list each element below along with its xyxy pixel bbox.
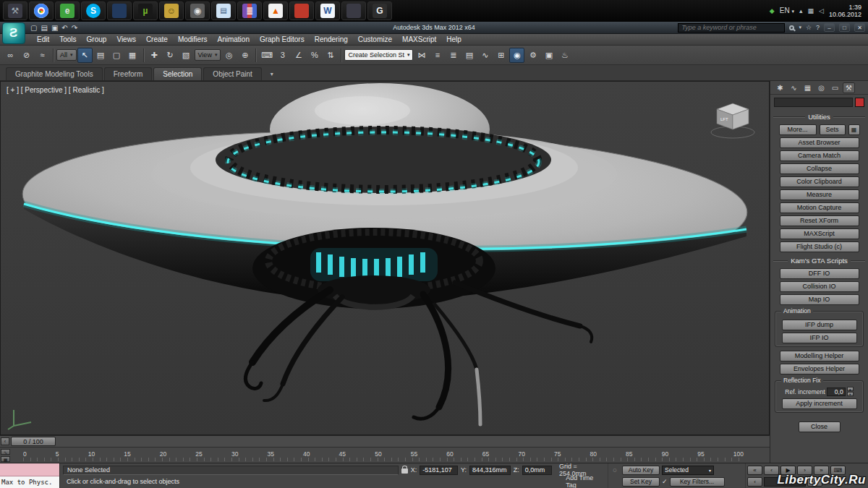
auto-key-button[interactable]: Auto Key xyxy=(622,466,660,475)
motion-tab-icon[interactable]: ◎ xyxy=(815,82,827,93)
menu-modifiers[interactable]: Modifiers xyxy=(173,35,213,43)
map-io-button[interactable]: Map IO xyxy=(780,294,859,305)
ribbon-tab-object-paint[interactable]: Object Paint xyxy=(203,67,261,80)
time-slider-handle[interactable]: 0 / 100 xyxy=(11,437,56,446)
menu-animation[interactable]: Animation xyxy=(212,35,254,43)
time-slider-prev-icon[interactable]: ‹ xyxy=(1,437,9,445)
ref-increment-spinner[interactable]: ▲▼ xyxy=(847,387,854,396)
snap-3d-icon[interactable]: 3 xyxy=(275,48,290,63)
favorites-star-icon[interactable]: ☆ xyxy=(806,24,812,31)
time-slider-track[interactable]: ‹ 0 / 100 xyxy=(0,435,770,447)
configure-button-sets-icon[interactable]: ▦ xyxy=(848,124,860,135)
search-dropdown-icon[interactable]: ▾ xyxy=(799,25,801,30)
redo-icon[interactable]: ↷ xyxy=(72,24,77,32)
select-by-name-icon[interactable]: ▤ xyxy=(93,48,109,63)
taskbar-app-dark[interactable] xyxy=(341,1,366,20)
kams-rollout-header[interactable]: Kam's GTA Scripts xyxy=(773,257,865,265)
utility-button-camera-match[interactable]: Camera Match xyxy=(780,150,859,161)
z-coordinate-field[interactable]: 0,0mm xyxy=(522,466,552,475)
window-crossing-icon[interactable]: ▦ xyxy=(125,48,140,63)
modelling-helper-button[interactable]: Modelling Helper xyxy=(780,351,859,361)
viewcube[interactable]: LFT xyxy=(708,98,759,141)
update-icon[interactable]: ▴ xyxy=(799,7,803,14)
search-input[interactable] xyxy=(681,24,781,31)
modify-tab-icon[interactable]: ∿ xyxy=(788,82,800,93)
ifp-dump-button[interactable]: IFP dump xyxy=(782,320,857,330)
ifp-io-button[interactable]: IFP IO xyxy=(782,333,857,343)
y-coordinate-field[interactable]: 844,316mm xyxy=(469,466,511,475)
spinner-down-icon[interactable]: ▼ xyxy=(847,392,854,396)
ribbon-tab-freeform[interactable]: Freeform xyxy=(104,67,153,80)
taskbar-app-chrome[interactable] xyxy=(29,1,54,20)
clock[interactable]: 1:39 10.06.2012 xyxy=(829,4,861,18)
add-time-tag[interactable]: Add Time Tag xyxy=(566,474,605,488)
key-mode-dropdown[interactable]: Selected▾ xyxy=(662,466,714,475)
taskbar-app-camera[interactable]: ◉ xyxy=(185,1,210,20)
menu-maxscript[interactable]: MAXScript xyxy=(397,35,441,43)
utility-button-flight-studio[interactable]: Flight Studio (c) xyxy=(780,241,859,252)
taskbar-app-word[interactable]: W xyxy=(315,1,340,20)
mirror-icon[interactable]: ⋈ xyxy=(414,48,429,63)
envelopes-helper-button[interactable]: Envelopes Helper xyxy=(780,364,859,374)
menu-group[interactable]: Group xyxy=(82,35,112,43)
select-rotate-icon[interactable]: ↻ xyxy=(163,48,178,63)
selection-filter-dropdown[interactable]: All▾ xyxy=(56,49,77,61)
undo-icon[interactable]: ↶ xyxy=(61,24,67,32)
taskbar-app-navy[interactable] xyxy=(107,1,132,20)
taskbar-app-g[interactable]: G xyxy=(367,1,392,20)
taskbar-app-green[interactable]: e xyxy=(55,1,80,20)
search-box[interactable] xyxy=(678,23,785,33)
collision-io-button[interactable]: Collision IO xyxy=(780,281,859,292)
select-object-icon[interactable]: ↖ xyxy=(77,48,93,63)
utility-button-color-clipboard[interactable]: Color Clipboard xyxy=(780,176,859,187)
taskbar-app-photos[interactable]: ▤ xyxy=(211,1,236,20)
spinner-up-icon[interactable]: ▲ xyxy=(847,387,854,391)
rendered-frame-icon[interactable]: ▣ xyxy=(541,48,556,63)
ribbon-collapse-icon[interactable]: ▾ xyxy=(271,71,273,80)
rect-region-icon[interactable]: ▢ xyxy=(109,48,124,63)
close-button[interactable]: ✕ xyxy=(854,23,865,32)
mini-dope-sheet-button[interactable]: ▦ xyxy=(1,456,10,462)
material-editor-icon[interactable]: ◉ xyxy=(509,48,524,63)
menu-graph-editors[interactable]: Graph Editors xyxy=(255,35,310,43)
selection-lock-icon[interactable] xyxy=(401,468,408,474)
utility-button-reset-xform[interactable]: Reset XForm xyxy=(780,215,859,226)
frame-back-button[interactable]: ‹ xyxy=(747,477,762,487)
align-icon[interactable]: ≡ xyxy=(430,48,445,63)
sets-button[interactable]: Sets xyxy=(820,124,846,135)
dff-io-button[interactable]: DFF IO xyxy=(780,268,859,279)
angle-snap-icon[interactable]: ∠ xyxy=(291,48,306,63)
open-file-icon[interactable]: ▤ xyxy=(41,24,47,32)
taskbar-app-red[interactable] xyxy=(289,1,314,20)
new-scene-icon[interactable]: ▢ xyxy=(30,24,37,32)
ribbon-tab-selection[interactable]: Selection xyxy=(153,67,202,80)
utility-button-motion-capture[interactable]: Motion Capture xyxy=(780,202,859,213)
taskbar-app-tools[interactable]: ⚒ xyxy=(3,1,27,20)
ribbon-toggle-icon[interactable]: ▤ xyxy=(461,48,477,63)
curve-editor-icon[interactable]: ∿ xyxy=(477,48,493,63)
save-file-icon[interactable]: ▣ xyxy=(51,24,58,32)
taskbar-app-messenger[interactable]: ☺ xyxy=(159,1,184,20)
viewport-label[interactable]: [ + ] [ Perspective ] [ Realistic ] xyxy=(7,86,104,94)
taskbar-app-vlc[interactable]: ▲ xyxy=(263,1,288,20)
display-tab-icon[interactable]: ▭ xyxy=(829,82,841,93)
volume-icon[interactable]: ◁ xyxy=(819,7,824,14)
maxscript-mini-listener[interactable]: Max to Physc. xyxy=(0,463,60,488)
close-utility-button[interactable]: Close xyxy=(799,421,841,432)
unlink-selection-icon[interactable]: ⊘ xyxy=(19,48,34,63)
taskbar-app-winrar[interactable]: ≣ xyxy=(237,1,262,20)
reference-coordinate-dropdown[interactable]: View▾ xyxy=(195,49,221,61)
object-color-swatch[interactable] xyxy=(855,98,864,107)
select-scale-icon[interactable]: ▧ xyxy=(179,48,194,63)
spinner-snap-icon[interactable]: ⇅ xyxy=(323,48,338,63)
mini-curve-editor-button[interactable]: ∿ xyxy=(1,449,10,455)
application-menu-button[interactable]: S xyxy=(2,22,25,44)
more-button[interactable]: More... xyxy=(779,124,817,135)
apply-increment-button[interactable]: Apply increment xyxy=(782,398,857,409)
hierarchy-tab-icon[interactable]: ▦ xyxy=(801,82,814,93)
macro-recorder-line[interactable] xyxy=(0,463,59,476)
select-move-icon[interactable]: ✚ xyxy=(147,48,162,63)
menu-help[interactable]: Help xyxy=(441,35,467,43)
antivirus-icon[interactable]: ◆ xyxy=(770,7,775,14)
select-and-link-icon[interactable]: ∞ xyxy=(3,48,18,63)
